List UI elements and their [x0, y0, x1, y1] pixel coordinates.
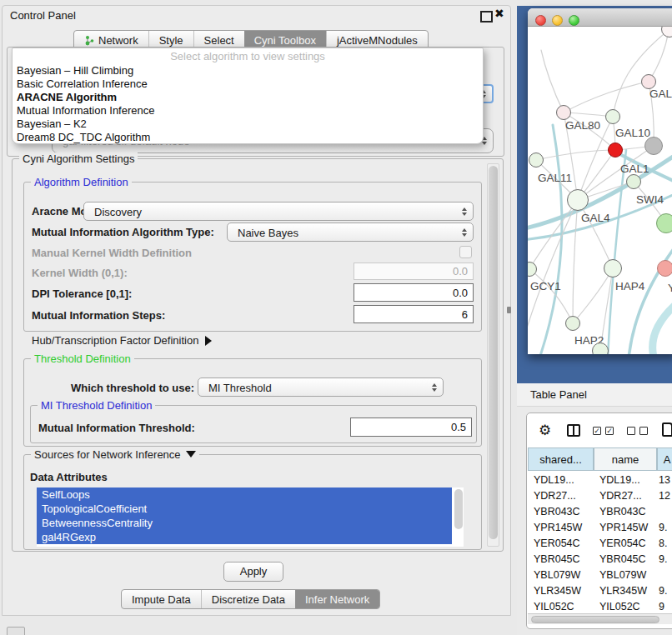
expander-arrow-down-icon	[186, 451, 196, 458]
settings-scrollbar[interactable]	[487, 163, 499, 547]
table-row[interactable]: YIL052CYIL052C9	[528, 598, 672, 612]
table-cell: 9.	[657, 522, 672, 533]
table-cell: 9.	[657, 553, 672, 565]
mi-threshold-field[interactable]	[350, 418, 472, 437]
network-node-gal10[interactable]	[605, 109, 620, 124]
tab-label: Network	[98, 34, 138, 47]
aracne-mode-value: Discovery	[94, 206, 142, 218]
minimize-traffic-light-icon[interactable]	[552, 15, 563, 26]
network-canvas[interactable]: GALGAL80GAL10GAL1GAL11SWI4GAL4GCY1HAP4YH…	[528, 27, 672, 354]
checked-checkbox-icon[interactable]: ✓	[593, 427, 601, 435]
data-attribute-item[interactable]: BetweennessCentrality	[37, 516, 452, 530]
tab-label: Style	[159, 34, 183, 47]
manual-kernel-checkbox[interactable]	[459, 246, 472, 258]
table-cell: 9	[657, 601, 672, 612]
attributes-scrollbar[interactable]	[454, 489, 463, 529]
network-view-window: GALGAL80GAL10GAL1GAL11SWI4GAL4GCY1HAP4YH…	[528, 8, 672, 354]
column-header-a[interactable]: A	[657, 448, 672, 471]
network-node-hap2[interactable]	[565, 316, 580, 331]
data-attribute-item[interactable]: TopologicalCoefficient	[37, 502, 452, 516]
algorithm-option-mutual-information-inference[interactable]: Mutual Information Inference	[13, 104, 483, 118]
mi-type-label: Mutual Information Algorithm Type:	[32, 226, 214, 238]
table-cell: YBR043C	[528, 506, 594, 518]
sources-title[interactable]: Sources for Network Inference	[31, 448, 199, 461]
tab-label: Infer Network	[305, 593, 369, 606]
network-window-titlebar[interactable]	[528, 8, 672, 27]
column-header-shared[interactable]: shared...	[528, 448, 594, 471]
column-header-name[interactable]: name	[594, 448, 657, 471]
table-row[interactable]: YDL19...YDL19...13	[528, 472, 672, 488]
tab-label: Select	[204, 34, 234, 47]
tab-infer-network[interactable]: Infer Network	[295, 590, 379, 608]
mi-steps-field[interactable]	[354, 305, 474, 323]
table-row[interactable]: YBR043CYBR043C	[528, 503, 672, 519]
table-cell: YLR345W	[528, 585, 594, 597]
kernel-width-field[interactable]	[354, 262, 474, 280]
table-row[interactable]: YLR345WYLR345W9.	[528, 582, 672, 598]
close-icon[interactable]: ✖	[494, 7, 504, 20]
unchecked-checkbox-icon[interactable]	[627, 427, 635, 435]
data-attribute-item[interactable]: gal4RGexp	[37, 530, 452, 544]
table-cell: YDR27...	[528, 490, 594, 502]
mi-type-combo[interactable]: Naive Bayes	[227, 222, 474, 242]
which-threshold-combo[interactable]: MI Threshold	[198, 378, 444, 397]
dpi-tolerance-field[interactable]	[354, 283, 474, 302]
hub-definition-expander[interactable]: Hub/Transcription Factor Definition	[32, 334, 212, 347]
minimized-panel-icon[interactable]	[7, 627, 25, 635]
table-row[interactable]: YDR27...YDR27...12	[528, 488, 672, 503]
network-node[interactable]	[656, 213, 672, 233]
algorithm-option-bayesian-hill-climbing[interactable]: Bayesian – Hill Climbing	[13, 64, 483, 78]
network-node-y[interactable]	[657, 260, 672, 277]
table-row[interactable]: YBL079WYBL079W	[528, 567, 672, 582]
algorithm-option-aracne-algorithm[interactable]: ARACNE Algorithm	[13, 91, 483, 104]
kernel-width-label: Kernel Width (0,1):	[32, 267, 128, 279]
node-label: GAL1	[620, 162, 649, 175]
data-attributes-label: Data Attributes	[30, 471, 108, 483]
algorithm-option-bayesian-k2[interactable]: Bayesian – K2	[13, 118, 483, 131]
gear-icon[interactable]: ⚙	[539, 422, 551, 439]
network-node-hap4[interactable]	[604, 259, 622, 278]
tab-label: Impute Data	[132, 593, 191, 606]
table-cell: YDL19...	[528, 474, 594, 486]
document-icon[interactable]	[662, 422, 672, 437]
network-node-gal1[interactable]	[608, 142, 623, 158]
node-label: SWI4	[636, 193, 664, 206]
network-node[interactable]	[592, 342, 609, 354]
network-node-gal80[interactable]	[556, 105, 571, 120]
splitter-grip[interactable]	[507, 307, 511, 313]
table-row[interactable]: YPR145WYPR145W9.	[528, 519, 672, 535]
apply-button[interactable]: Apply	[223, 562, 283, 582]
columns-icon[interactable]	[567, 424, 580, 437]
table-hscrollbar[interactable]	[528, 613, 672, 624]
table-cell: YPR145W	[594, 522, 657, 533]
algorithm-option-dream8-dc-tdc-algorithm[interactable]: Dream8 DC_TDC Algorithm	[13, 131, 483, 144]
table-cell: YER054C	[594, 538, 657, 549]
network-tab-icon	[84, 35, 94, 46]
node-label: Y	[668, 282, 672, 294]
threshold-definition-title: Threshold Definition	[31, 352, 134, 365]
table-row[interactable]: YER054CYER054C8.	[528, 535, 672, 551]
tab-discretize-data[interactable]: Discretize Data	[201, 590, 295, 608]
float-window-icon[interactable]	[480, 11, 493, 22]
zoom-traffic-light-icon[interactable]	[569, 15, 579, 26]
table-cell: YBR043C	[594, 506, 657, 518]
algorithm-option-basic-correlation-inference[interactable]: Basic Correlation Inference	[13, 78, 483, 91]
data-attribute-item[interactable]: SelfLoops	[37, 488, 452, 502]
node-label: GCY1	[530, 280, 561, 292]
node-label: GAL11	[538, 172, 572, 184]
network-node[interactable]	[644, 137, 663, 155]
tab-impute-data[interactable]: Impute Data	[122, 590, 201, 608]
network-node-swi4[interactable]	[626, 174, 641, 189]
node-label: GAL80	[565, 119, 600, 132]
hub-definition-label: Hub/Transcription Factor Definition	[32, 334, 198, 347]
table-cell: 12	[657, 490, 672, 502]
network-node-gal11[interactable]	[529, 152, 544, 168]
close-traffic-light-icon[interactable]	[535, 15, 546, 26]
control-panel-title: Control Panel	[10, 9, 76, 22]
unchecked-checkbox-icon[interactable]	[639, 427, 648, 435]
mi-threshold-title: MI Threshold Definition	[38, 399, 155, 412]
network-node-gal4[interactable]	[567, 189, 589, 211]
checked-checkbox-icon[interactable]: ✓	[605, 427, 614, 435]
aracne-mode-combo[interactable]: Discovery	[83, 202, 474, 221]
table-row[interactable]: YBR045CYBR045C9.	[528, 551, 672, 567]
